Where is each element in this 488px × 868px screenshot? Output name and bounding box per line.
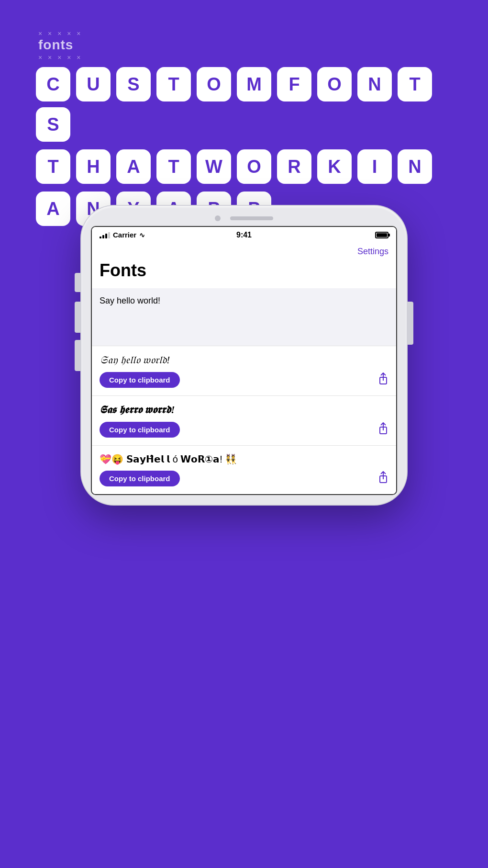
wifi-icon: ∿ — [139, 231, 145, 239]
carrier-label: Carrier — [113, 231, 136, 239]
copy-button-3[interactable]: Copy to clipboard — [100, 471, 180, 486]
letter-tile: N — [398, 149, 432, 184]
signal-bar-2 — [102, 235, 104, 238]
font-list: 𝔖𝔞𝔶 𝔥𝔢𝔩𝔩𝔬 𝔴𝔬𝔯𝔩𝔡! Copy to clipboard — [92, 346, 396, 494]
letter-tile: W — [197, 149, 231, 184]
battery-icon — [375, 232, 388, 238]
letter-tile: H — [76, 149, 111, 184]
input-text: Say hello world! — [100, 296, 160, 305]
letter-tile: F — [277, 67, 311, 101]
battery-fill — [377, 233, 387, 237]
power-button — [408, 302, 413, 345]
share-icon-1[interactable] — [378, 372, 388, 388]
phone-outer: Carrier ∿ 9:41 Settings Fonts Say hello … — [81, 206, 407, 505]
headline-row-2: T H A T W O R K I N — [36, 149, 452, 184]
phone-screen: Carrier ∿ 9:41 Settings Fonts Say hello … — [91, 226, 397, 495]
letter-tile: I — [357, 149, 392, 184]
copy-button-1[interactable]: Copy to clipboard — [100, 372, 180, 388]
copy-button-2[interactable]: Copy to clipboard — [100, 422, 180, 438]
letter-tile: K — [317, 149, 352, 184]
font-preview-2: 𝕾𝖆𝖘 𝖍𝖊𝖗𝖗𝖔 𝖜𝖔𝖗𝖗𝖉! — [100, 404, 388, 416]
font-actions-1: Copy to clipboard — [100, 372, 388, 388]
letter-tile: A — [116, 149, 151, 184]
letter-tile: A — [36, 192, 70, 226]
speaker — [230, 216, 273, 220]
letter-tile: C — [36, 67, 70, 101]
status-right — [375, 232, 388, 238]
letter-tile: T — [36, 149, 70, 184]
letter-tile: O — [317, 67, 352, 101]
logo-text: fonts — [38, 37, 82, 53]
front-camera — [215, 215, 221, 221]
signal-bar-3 — [105, 234, 107, 238]
phone-top-bar — [91, 215, 397, 221]
status-time: 9:41 — [236, 231, 252, 239]
font-actions-3: Copy to clipboard — [100, 471, 388, 486]
letter-tile: S — [36, 107, 70, 142]
settings-link[interactable]: Settings — [357, 247, 388, 257]
logo-dots-bottom: × × × × × — [38, 54, 82, 61]
letter-tile: T — [156, 149, 191, 184]
headline-row-1: C U S T O M F O N T S — [36, 67, 452, 142]
letter-tile: N — [357, 67, 392, 101]
text-input-area[interactable]: Say hello world! — [92, 288, 396, 346]
letter-tile: R — [277, 149, 311, 184]
signal-bar-4 — [108, 232, 110, 238]
phone-mockup: Carrier ∿ 9:41 Settings Fonts Say hello … — [81, 206, 407, 505]
app-title: Fonts — [92, 259, 396, 288]
logo-dots-top: × × × × × — [38, 30, 82, 37]
signal-bars — [100, 232, 110, 238]
letter-tile: U — [76, 67, 111, 101]
letter-tile: O — [197, 67, 231, 101]
font-item-2: 𝕾𝖆𝖘 𝖍𝖊𝖗𝖗𝖔 𝖜𝖔𝖗𝖗𝖉! Copy to clipboard — [92, 395, 396, 445]
letter-tile: T — [398, 67, 432, 101]
app-header: Settings — [92, 243, 396, 259]
signal-bar-1 — [100, 237, 101, 238]
font-preview-3: 💝😝 𝗦𝗮𝘆𝗛̂𝗲𝗹 𝗹 ó 𝗪𝗼𝗥①𝗮! 👯 — [100, 453, 388, 465]
letter-tile: O — [237, 149, 271, 184]
letter-tile: S — [116, 67, 151, 101]
status-bar: Carrier ∿ 9:41 — [92, 227, 396, 243]
letter-tile: T — [156, 67, 191, 101]
letter-tile: M — [237, 67, 271, 101]
status-left: Carrier ∿ — [100, 231, 145, 239]
font-item-3: 💝😝 𝗦𝗮𝘆𝗛̂𝗲𝗹 𝗹 ó 𝗪𝗼𝗥①𝗮! 👯 Copy to clipboar… — [92, 445, 396, 494]
logo-area: × × × × × fonts × × × × × — [38, 29, 82, 61]
volume-down-button — [75, 340, 80, 371]
volume-mute-button — [75, 273, 80, 292]
font-item-1: 𝔖𝔞𝔶 𝔥𝔢𝔩𝔩𝔬 𝔴𝔬𝔯𝔩𝔡! Copy to clipboard — [92, 346, 396, 395]
volume-up-button — [75, 302, 80, 333]
font-actions-2: Copy to clipboard — [100, 422, 388, 438]
share-icon-3[interactable] — [378, 471, 388, 486]
font-preview-1: 𝔖𝔞𝔶 𝔥𝔢𝔩𝔩𝔬 𝔴𝔬𝔯𝔩𝔡! — [100, 354, 388, 366]
share-icon-2[interactable] — [378, 422, 388, 438]
